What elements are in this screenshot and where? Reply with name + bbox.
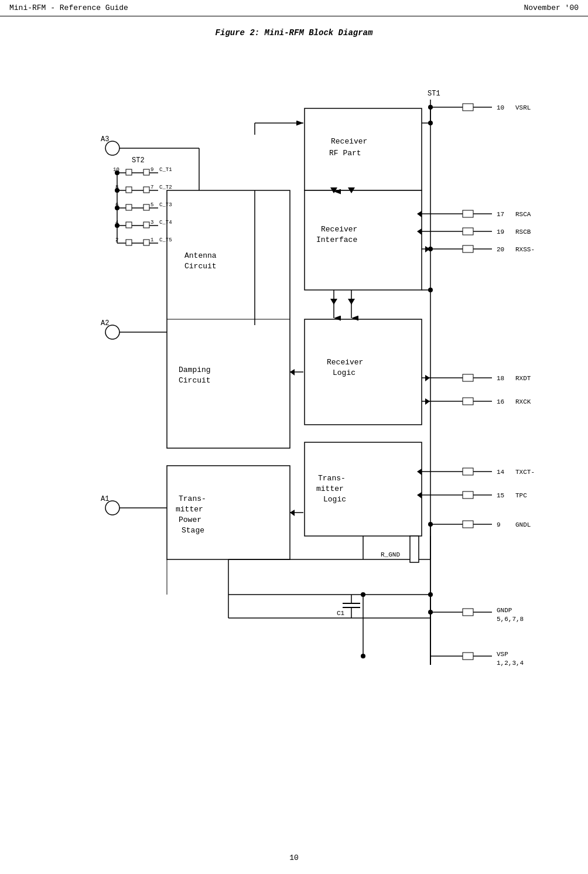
svg-rect-58: [143, 240, 149, 245]
pin-15-num: 15: [497, 492, 504, 499]
receiver-interface-text1: Receiver: [321, 225, 357, 234]
svg-point-73: [428, 121, 433, 125]
r-gnd-label: R_GND: [381, 551, 400, 558]
svg-point-116: [428, 105, 433, 110]
page-header: Mini-RFM - Reference Guide November '00: [0, 0, 588, 16]
pin-vsp-label: VSP: [497, 651, 508, 658]
pin-5-st2: 5: [151, 202, 153, 208]
trans-power-text4: Stage: [182, 526, 204, 535]
svg-rect-55: [143, 222, 149, 228]
pin-vsp-nums: 1,2,3,4: [497, 660, 524, 667]
pin-gndp-label: GNDP: [497, 607, 512, 614]
svg-rect-23: [463, 468, 473, 475]
receiver-interface-text2: Interface: [316, 235, 357, 244]
transmitter-logic-text2: mitter: [316, 484, 344, 493]
pin-rsca-label: RSCA: [515, 211, 531, 218]
svg-rect-5: [463, 104, 473, 111]
transmitter-logic-text3: Logic: [323, 495, 346, 504]
a3-connector: [105, 141, 119, 155]
svg-rect-26: [463, 491, 473, 499]
damping-circuit-text2: Circuit: [179, 376, 211, 385]
svg-point-112: [361, 654, 365, 658]
pin-gndp-nums: 5,6,7,8: [497, 616, 524, 623]
svg-rect-11: [463, 228, 473, 235]
svg-marker-83: [425, 375, 430, 381]
svg-rect-47: [143, 187, 149, 193]
pin-gndl-label: GNDL: [515, 521, 531, 528]
block-diagram: ST1 10 VSRL 17 RSCA 19 RSCB 20 RXSS- 18 …: [0, 32, 588, 841]
pin-rxck-label: RXCK: [515, 398, 531, 405]
svg-rect-50: [126, 204, 132, 210]
receiver-rf-block: [305, 108, 422, 190]
svg-rect-33: [463, 609, 473, 616]
svg-rect-17: [463, 374, 473, 381]
page-number: 10: [289, 853, 299, 862]
st1-label: ST1: [428, 90, 440, 98]
header-left: Mini-RFM - Reference Guide: [9, 4, 128, 12]
pin-20-num: 20: [497, 246, 504, 253]
ct2-label: C_T2: [159, 185, 172, 190]
a2-connector: [105, 325, 119, 339]
antenna-circuit-text2: Circuit: [184, 262, 217, 271]
trans-power-text1: Trans-: [179, 494, 206, 503]
r-gnd-resistor: [410, 536, 419, 562]
svg-rect-57: [126, 240, 132, 245]
svg-marker-93: [290, 510, 295, 516]
pin-10-num: 10: [497, 104, 504, 111]
pin-rxss-label: RXSS-: [515, 246, 535, 253]
pin-7-st2: 7: [151, 185, 153, 190]
receiver-rf-text1: Receiver: [331, 137, 367, 146]
ct4-label: C_T4: [159, 220, 172, 226]
trans-power-text2: mitter: [176, 505, 203, 514]
pin-vsrl-label: VSRL: [515, 104, 531, 111]
ct3-label: C_T3: [159, 202, 172, 208]
svg-rect-42: [126, 169, 132, 175]
damping-circuit-text1: Damping: [179, 366, 211, 374]
receiver-logic-text1: Receiver: [327, 358, 363, 367]
page-footer: 10: [0, 853, 588, 862]
svg-point-80: [428, 247, 433, 251]
pin-tpc-label: TPC: [515, 492, 527, 499]
svg-rect-8: [463, 210, 473, 217]
svg-rect-37: [463, 653, 473, 660]
receiver-logic-block: [305, 319, 422, 425]
svg-rect-29: [463, 521, 473, 528]
transmitter-logic-text1: Trans-: [318, 474, 346, 483]
svg-marker-85: [425, 398, 430, 405]
pin-9-st2: 9: [151, 167, 153, 173]
diagram-container: ST1 10 VSRL 17 RSCA 19 RSCB 20 RXSS- 18 …: [0, 32, 588, 841]
pin-txct-label: TXCT-: [515, 469, 535, 476]
a1-connector: [105, 501, 119, 515]
pin-18-num: 18: [497, 375, 504, 382]
antenna-circuit-text1: Antenna: [184, 251, 217, 260]
c1-label: C1: [337, 610, 345, 617]
pin-9-num: 9: [497, 521, 501, 528]
pin-rscb-label: RSCB: [515, 228, 531, 235]
ct1-label: C_T1: [159, 167, 172, 173]
svg-rect-54: [126, 222, 132, 228]
pin-16-num: 16: [497, 398, 504, 405]
pin-3-st2: 3: [151, 220, 153, 226]
pin-17-num: 17: [497, 211, 504, 218]
pin-19-num: 19: [497, 228, 504, 235]
pin-10-st2: 10: [113, 167, 119, 173]
pin-14-num: 14: [497, 469, 505, 476]
svg-marker-91: [290, 369, 295, 375]
receiver-rf-text2: RF Part: [329, 149, 361, 158]
svg-rect-14: [463, 245, 473, 252]
svg-rect-20: [463, 398, 473, 405]
svg-rect-43: [143, 169, 149, 175]
pin-1-st2: 1: [151, 237, 153, 243]
st2-label: ST2: [132, 156, 145, 165]
receiver-logic-text2: Logic: [333, 368, 355, 377]
ct5-label: C_T5: [159, 237, 172, 243]
pin-rxdt-label: RXDT: [515, 375, 531, 382]
trans-power-text3: Power: [179, 515, 201, 524]
svg-rect-46: [126, 187, 132, 193]
svg-rect-51: [143, 204, 149, 210]
header-right: November '00: [524, 4, 579, 12]
